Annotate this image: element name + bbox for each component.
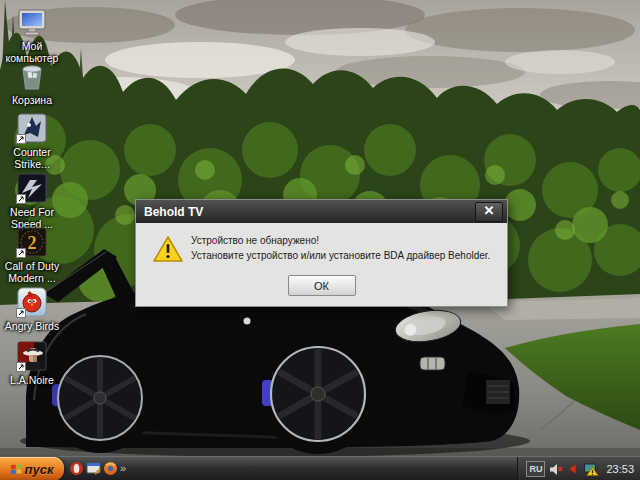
shortcut-arrow-icon — [16, 248, 26, 258]
desktop-icon-la-noire[interactable]: L.A.Noire — [0, 340, 64, 386]
angry-birds-icon — [16, 286, 48, 318]
ok-button[interactable]: ОК — [288, 275, 356, 296]
desktop-icon-label: Call of Duty Modern ... — [0, 260, 64, 284]
shortcut-arrow-icon — [16, 134, 26, 144]
desktop-icon-angry-birds[interactable]: Angry Birds — [0, 286, 64, 332]
system-tray: RU 23:53 — [517, 457, 640, 480]
start-button[interactable]: пуск — [0, 457, 64, 480]
call-of-duty-icon: 2 — [16, 226, 48, 258]
tray-red-icon[interactable] — [567, 463, 579, 475]
desktop-icon-label: Counter Strike... — [0, 146, 64, 170]
desktop: Мой компьютер Корзина Counter Strik — [0, 0, 640, 480]
firefox-icon[interactable] — [103, 461, 118, 476]
desktop-icon-my-computer[interactable]: Мой компьютер — [0, 6, 64, 64]
la-noire-icon — [16, 340, 48, 372]
opera-icon[interactable] — [69, 461, 84, 476]
recycle-bin-icon — [16, 60, 48, 92]
windows-logo-icon — [11, 464, 22, 475]
warning-icon — [153, 235, 183, 263]
shortcut-arrow-icon — [16, 362, 26, 372]
dialog-message: Устройство не обнаружено! Установите уст… — [191, 233, 490, 263]
shortcut-arrow-icon — [16, 308, 26, 318]
start-button-label: пуск — [25, 462, 54, 477]
display-warning-icon[interactable] — [583, 462, 599, 477]
desktop-icon-label: Angry Birds — [0, 320, 64, 332]
shortcut-arrow-icon — [16, 194, 26, 204]
quick-launch-overflow-chevron[interactable]: » — [120, 462, 126, 475]
need-for-speed-icon — [16, 172, 48, 204]
dialog-message-line2: Установите устройство и/или установите B… — [191, 248, 490, 263]
desktop-icon-counter-strike[interactable]: Counter Strike... — [0, 112, 64, 170]
show-desktop-icon[interactable] — [86, 461, 101, 476]
computer-icon — [16, 6, 48, 38]
taskbar: пуск » RU — [0, 456, 640, 480]
desktop-icon-need-for-speed[interactable]: Need For Speed ... — [0, 172, 64, 230]
desktop-icon-label: Корзина — [0, 94, 64, 106]
dialog-title: Behold TV — [144, 205, 475, 219]
dialog-message-line1: Устройство не обнаружено! — [191, 233, 490, 248]
front-wheel — [258, 334, 378, 454]
desktop-icon-label: L.A.Noire — [0, 374, 64, 386]
dialog-titlebar[interactable]: Behold TV ✕ — [136, 200, 507, 223]
desktop-icon-recycle-bin[interactable]: Корзина — [0, 60, 64, 106]
volume-muted-icon[interactable] — [549, 463, 563, 476]
close-button[interactable]: ✕ — [475, 202, 503, 222]
behold-tv-dialog: Behold TV ✕ Устройство не обнаружено! Ус… — [135, 199, 508, 307]
desktop-icon-call-of-duty[interactable]: 2 Call of Duty Modern ... — [0, 226, 64, 284]
svg-text:2: 2 — [28, 233, 37, 253]
dialog-body: Устройство не обнаружено! Установите уст… — [136, 223, 507, 306]
language-indicator[interactable]: RU — [526, 461, 545, 477]
clock: 23:53 — [606, 463, 634, 475]
counter-strike-icon — [16, 112, 48, 144]
